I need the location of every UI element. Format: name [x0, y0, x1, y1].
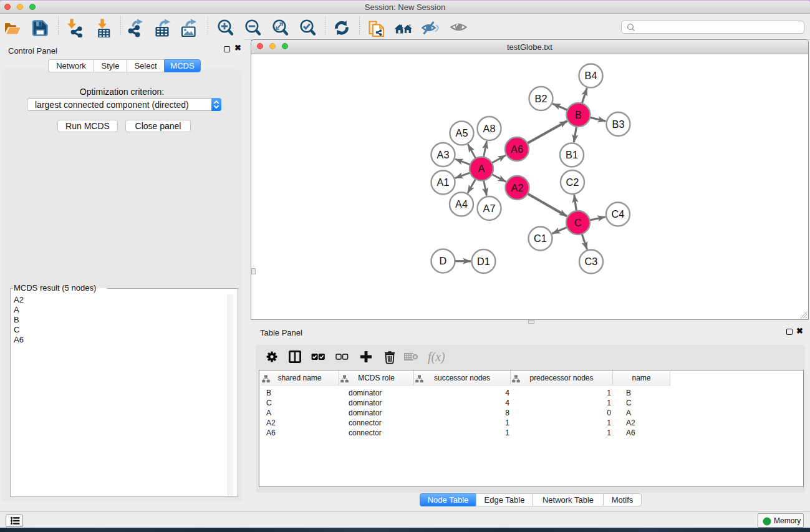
svg-text:D: D — [440, 255, 447, 266]
svg-text:B1: B1 — [566, 149, 578, 160]
svg-text:C4: C4 — [612, 208, 625, 220]
svg-text:B2: B2 — [535, 92, 547, 104]
svg-text:D1: D1 — [477, 255, 490, 266]
svg-text:C2: C2 — [566, 176, 579, 187]
svg-text:A4: A4 — [455, 198, 468, 210]
svg-text:B4: B4 — [585, 70, 597, 81]
svg-text:C1: C1 — [534, 233, 547, 244]
svg-text:A7: A7 — [483, 202, 496, 213]
svg-text:A: A — [478, 163, 485, 174]
svg-text:B: B — [575, 109, 582, 120]
svg-text:C: C — [574, 216, 582, 228]
svg-text:C3: C3 — [585, 256, 598, 267]
svg-text:A5: A5 — [456, 127, 468, 138]
svg-text:A2: A2 — [511, 181, 524, 193]
svg-text:A6: A6 — [511, 143, 523, 154]
svg-text:A8: A8 — [483, 122, 496, 133]
svg-text:A3: A3 — [437, 148, 450, 160]
svg-text:B3: B3 — [612, 118, 625, 129]
svg-text:A1: A1 — [437, 177, 450, 188]
